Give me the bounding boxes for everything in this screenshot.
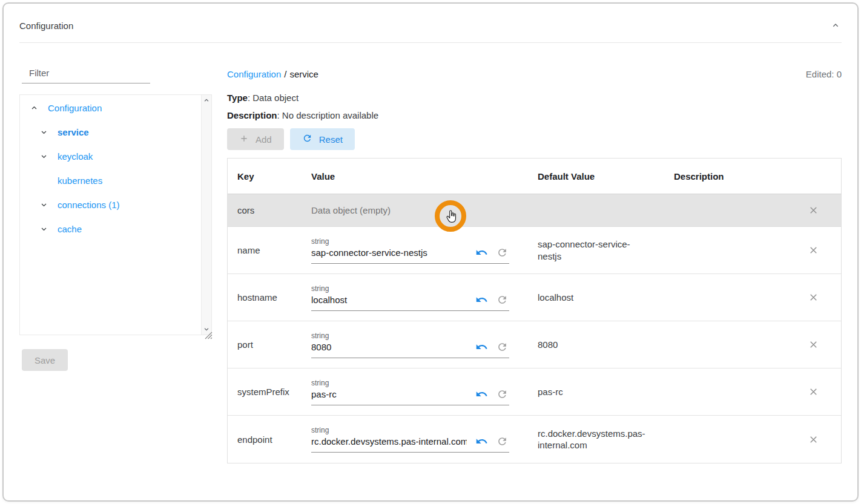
tree-item-label: connections (1): [58, 200, 120, 210]
value-input[interactable]: [311, 389, 467, 399]
config-table: Key Value Default Value Description cors…: [227, 158, 842, 463]
table-body: name string sap-connector-service-nestjs: [228, 227, 841, 463]
chevron-up-icon[interactable]: [30, 103, 39, 113]
value-input[interactable]: [311, 247, 467, 258]
collapse-panel-button[interactable]: [830, 19, 842, 31]
value-input[interactable]: [311, 342, 467, 352]
refresh-icon: [302, 133, 312, 145]
value-type-label: string: [311, 237, 509, 246]
row-key: hostname: [237, 292, 311, 303]
close-icon[interactable]: [808, 434, 819, 445]
description-label: Description: [227, 110, 277, 120]
refresh-icon[interactable]: [496, 388, 508, 400]
close-icon[interactable]: [808, 292, 819, 303]
tree-item-connections-1[interactable]: connections (1): [20, 192, 200, 217]
chevron-down-icon[interactable]: [39, 200, 48, 209]
row-default-value: pas-rc: [538, 386, 674, 398]
table-row: port string 8080: [228, 321, 841, 368]
tree-item-cache[interactable]: cache: [20, 217, 200, 241]
type-label: Type: [227, 93, 248, 103]
row-key-link[interactable]: cors: [237, 205, 311, 215]
close-icon[interactable]: [808, 386, 819, 398]
reset-button[interactable]: Reset: [290, 128, 355, 150]
undo-icon[interactable]: [475, 388, 488, 401]
chevron-up-icon: [831, 23, 840, 32]
chevron-down-icon[interactable]: [39, 128, 48, 137]
breadcrumb-separator: /: [284, 69, 286, 79]
add-button[interactable]: Add: [227, 128, 284, 150]
row-key: port: [237, 339, 311, 350]
chevron-down-icon[interactable]: [39, 224, 48, 234]
scroll-up-icon[interactable]: [202, 95, 212, 106]
row-default-value: sap-connector-service-nestjs: [538, 238, 674, 262]
breadcrumb: Configuration/service: [227, 69, 318, 79]
value-type-label: string: [311, 426, 509, 434]
tree-item-service[interactable]: service: [20, 120, 200, 144]
refresh-icon[interactable]: [496, 341, 508, 353]
undo-icon[interactable]: [475, 293, 488, 306]
config-tree: Configurationservicekeycloakkubernetesco…: [20, 95, 211, 335]
sidebar: Configurationservicekeycloakkubernetesco…: [19, 62, 212, 371]
close-icon[interactable]: [808, 205, 819, 216]
table-header-row: Key Value Default Value Description: [228, 159, 841, 194]
type-value: Data object: [252, 93, 299, 103]
table-row: systemPrefix string pas-rc: [228, 368, 841, 416]
undo-icon[interactable]: [475, 435, 488, 448]
close-icon[interactable]: [808, 339, 819, 350]
table-row: hostname string localhost: [228, 274, 841, 321]
row-key: name: [237, 245, 311, 255]
undo-icon[interactable]: [475, 246, 488, 259]
value-type-label: string: [311, 379, 509, 387]
close-icon[interactable]: [808, 244, 819, 256]
tree-item-label: keycloak: [58, 151, 93, 162]
filter-input[interactable]: [22, 62, 150, 83]
row-default-value: 8080: [538, 339, 674, 351]
breadcrumb-current: service: [289, 69, 318, 79]
description-line: Description: No description available: [227, 110, 842, 120]
row-key: systemPrefix: [237, 387, 311, 397]
table-row-cors[interactable]: cors Data object (empty): [228, 194, 841, 227]
row-object-value: Data object (empty): [311, 205, 538, 215]
column-header-description: Description: [674, 171, 795, 182]
tree-item-keycloak[interactable]: keycloak: [20, 144, 200, 168]
value-field: string: [311, 237, 509, 264]
value-field: string: [311, 426, 509, 453]
config-tree-panel: Configurationservicekeycloakkubernetesco…: [19, 94, 212, 335]
description-value: No description available: [282, 110, 378, 120]
toolbar: Add Reset: [227, 128, 842, 150]
value-field: string: [311, 284, 509, 311]
panel-header: Configuration: [19, 4, 842, 43]
main-content: Configuration/service Edited: 0 Type: Da…: [227, 62, 842, 463]
panel-title: Configuration: [19, 21, 73, 31]
column-header-default-value: Default Value: [538, 171, 674, 182]
value-input[interactable]: [311, 436, 467, 447]
tree-item-kubernetes[interactable]: kubernetes: [20, 168, 200, 192]
table-row: endpoint string rc.docker.devsystems.pas…: [228, 416, 841, 463]
save-button[interactable]: Save: [22, 349, 68, 371]
value-type-label: string: [311, 284, 509, 293]
tree-item-label: kubernetes: [58, 175, 102, 186]
breadcrumb-root-link[interactable]: Configuration: [227, 69, 281, 79]
tree-item-configuration[interactable]: Configuration: [20, 96, 200, 120]
column-header-key: Key: [237, 171, 311, 182]
column-header-value: Value: [311, 171, 538, 182]
resize-handle-icon[interactable]: [203, 330, 213, 339]
edited-counter: Edited: 0: [806, 69, 842, 79]
filter-field: [22, 62, 150, 83]
row-default-value: localhost: [538, 292, 674, 304]
type-line: Type: Data object: [227, 93, 842, 103]
plus-icon: [239, 134, 249, 145]
tree-scrollbar[interactable]: [201, 95, 211, 335]
row-key: endpoint: [237, 434, 311, 445]
refresh-icon[interactable]: [496, 247, 508, 258]
configuration-panel: Configuration Configurationservicekeyclo…: [2, 2, 859, 502]
value-field: string: [311, 379, 509, 405]
value-type-label: string: [311, 332, 509, 340]
value-input[interactable]: [311, 295, 467, 305]
refresh-icon[interactable]: [496, 294, 508, 306]
tree-item-label: Configuration: [48, 103, 102, 113]
tree-item-label: cache: [58, 224, 82, 234]
undo-icon[interactable]: [475, 341, 488, 353]
chevron-down-icon[interactable]: [39, 152, 48, 161]
refresh-icon[interactable]: [496, 436, 508, 447]
